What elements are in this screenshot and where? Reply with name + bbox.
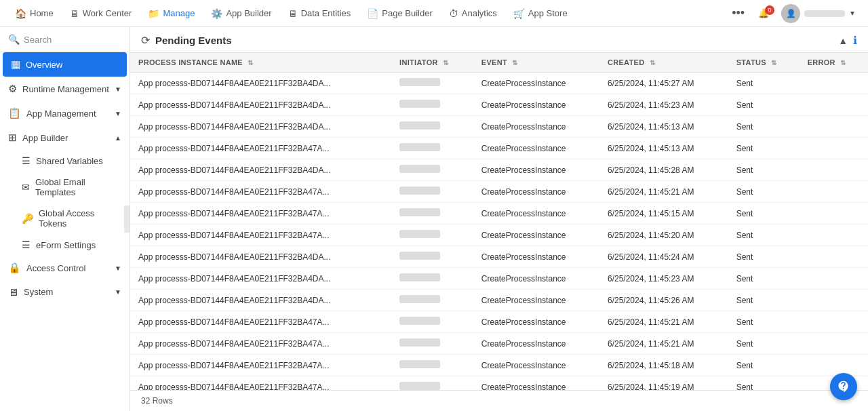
cell-event: CreateProcessInstance [473,355,599,376]
cell-created: 6/25/2024, 11:45:18 AM [599,355,728,376]
sidebar-item-overview[interactable]: ▦ Overview [3,52,127,77]
cell-status: Sent [728,333,800,355]
cell-status: Sent [728,138,800,159]
table-row[interactable]: App processs-BD07144F8A4EA0E211FF32BA4DA… [130,290,868,311]
sidebar-item-app-management[interactable]: 📋 App Management ▼ [0,101,130,125]
accesscontrol-chevron-icon: ▼ [115,265,121,272]
rows-count: 32 Rows [141,396,173,406]
cell-created: 6/25/2024, 11:45:15 AM [599,203,728,224]
sidebar-system-label: System [24,287,109,297]
sidebar-item-eform-settings[interactable]: ☰ eForm Settings [0,234,130,256]
cell-initiator [391,73,473,94]
nav-appbuilder-label: App Builder [226,8,271,18]
table-row[interactable]: App processs-BD07144F8A4EA0E211FF32BA47A… [130,181,868,203]
search-icon: 🔍 [8,34,20,45]
manage-icon: 📁 [148,8,159,19]
overview-icon: ▦ [11,58,20,71]
table-row[interactable]: App processs-BD07144F8A4EA0E211FF32BA4DA… [130,116,868,138]
eform-icon: ☰ [22,239,31,250]
col-header-event[interactable]: EVENT ⇅ [473,53,599,73]
cell-created: 6/25/2024, 11:45:21 AM [599,333,728,355]
col-header-created[interactable]: CREATED ⇅ [599,53,728,73]
initiator-value [399,143,440,151]
cell-created: 6/25/2024, 11:45:28 AM [599,159,728,181]
table-row[interactable]: App processs-BD07144F8A4EA0E211FF32BA4DA… [130,246,868,268]
nav-analytics[interactable]: ⏱ Analytics [442,5,504,22]
cell-error [800,355,868,376]
workcenter-icon: 🖥 [70,8,79,19]
nav-app-builder[interactable]: ⚙️ App Builder [204,5,278,22]
sidebar-item-access-control[interactable]: 🔒 Access Control ▼ [0,256,130,280]
sidebar-appbuilder-label: App Builder [22,133,109,143]
cell-created: 6/25/2024, 11:45:21 AM [599,311,728,333]
table-row[interactable]: App processs-BD07144F8A4EA0E211FF32BA47A… [130,311,868,333]
nav-more-button[interactable]: ••• [726,3,750,23]
table-row[interactable]: App processs-BD07144F8A4EA0E211FF32BA47A… [130,355,868,376]
sidebar-item-global-access-tokens[interactable]: 🔑 Global Access Tokens [0,203,130,234]
info-icon[interactable]: ℹ [853,34,857,47]
sidebar-item-shared-variables[interactable]: ☰ Shared Variables [0,150,130,172]
sidebar-item-system[interactable]: 🖥 System ▼ [0,280,130,304]
runtime-icon: ⚙ [8,83,17,95]
nav-page-builder[interactable]: 📄 Page Builder [360,5,439,22]
table-row[interactable]: App processs-BD07144F8A4EA0E211FF32BA47A… [130,203,868,224]
access-control-icon: 🔒 [8,262,21,274]
email-templates-icon: ✉ [22,182,30,193]
cell-event: CreateProcessInstance [473,94,599,116]
sidebar-eform-label: eForm Settings [36,240,96,250]
sidebar-search[interactable]: 🔍 Search [0,27,130,52]
nav-manage-label: Manage [163,8,195,18]
cell-initiator [391,138,473,159]
nav-data-entities[interactable]: 🖥 Data Entities [281,5,358,22]
collapse-section-button[interactable]: ▲ [838,35,848,46]
col-header-error[interactable]: ERROR ⇅ [800,53,868,73]
cell-initiator [391,333,473,355]
pending-events-icon: ⟳ [141,34,150,47]
nav-app-store[interactable]: 🛒 App Store [507,5,574,22]
sidebar-item-global-email-templates[interactable]: ✉ Global Email Templates [0,172,130,203]
initiator-value [399,295,440,303]
table-row[interactable]: App processs-BD07144F8A4EA0E211FF32BA4DA… [130,73,868,94]
table-row[interactable]: App processs-BD07144F8A4EA0E211FF32BA47A… [130,224,868,246]
nav-work-center[interactable]: 🖥 Work Center [63,5,139,22]
initiator-value [399,121,440,130]
sidebar-accesscontrol-label: Access Control [26,263,109,273]
pagebuilder-icon: 📄 [367,8,378,19]
avatar: 👤 [781,4,800,23]
table-row[interactable]: App processs-BD07144F8A4EA0E211FF32BA4DA… [130,159,868,181]
table-row[interactable]: App processs-BD07144F8A4EA0E211FF32BA47A… [130,333,868,355]
cell-event: CreateProcessInstance [473,73,599,94]
cell-created: 6/25/2024, 11:45:23 AM [599,94,728,116]
table-row[interactable]: App processs-BD07144F8A4EA0E211FF32BA47A… [130,138,868,159]
nav-manage[interactable]: 📁 Manage [141,5,201,22]
table-row[interactable]: App processs-BD07144F8A4EA0E211FF32BA4DA… [130,94,868,116]
nav-home[interactable]: 🏠 Home [8,5,60,22]
col-header-process-name[interactable]: PROCESS INSTANCE NAME ⇅ [130,53,391,73]
initiator-value [399,165,440,173]
appbuilder-icon: ⚙️ [211,8,222,19]
home-icon: 🏠 [15,8,26,19]
sidebar-item-runtime-management[interactable]: ⚙ Runtime Management ▼ [0,77,130,101]
sidebar-runtime-label: Runtime Management [22,84,109,94]
table-row[interactable]: App processs-BD07144F8A4EA0E211FF32BA4DA… [130,268,868,290]
table-row[interactable]: App processs-BD07144F8A4EA0E211FF32BA47A… [130,376,868,391]
cell-initiator [391,116,473,138]
col-header-initiator[interactable]: INITIATOR ⇅ [391,53,473,73]
cell-event: CreateProcessInstance [473,333,599,355]
help-button[interactable] [830,373,857,400]
initiator-value [399,338,440,347]
sidebar-collapse-button[interactable]: ‹ [124,206,130,233]
cell-created: 6/25/2024, 11:45:26 AM [599,290,728,311]
user-menu[interactable]: 👤 ▼ [777,1,860,26]
sidebar-item-app-builder[interactable]: ⊞ App Builder ▲ [0,125,130,150]
cell-initiator [391,224,473,246]
col-header-status[interactable]: STATUS ⇅ [728,53,800,73]
pending-events-table: PROCESS INSTANCE NAME ⇅ INITIATOR ⇅ EVEN… [130,53,868,390]
notification-bell[interactable]: 🔔 0 [753,5,774,21]
initiator-value [399,100,440,108]
sort-icon-initiator: ⇅ [443,59,448,66]
appbuilder-chevron-icon: ▲ [115,134,121,142]
cell-initiator [391,94,473,116]
top-nav: 🏠 Home 🖥 Work Center 📁 Manage ⚙️ App Bui… [0,0,868,27]
cell-event: CreateProcessInstance [473,290,599,311]
